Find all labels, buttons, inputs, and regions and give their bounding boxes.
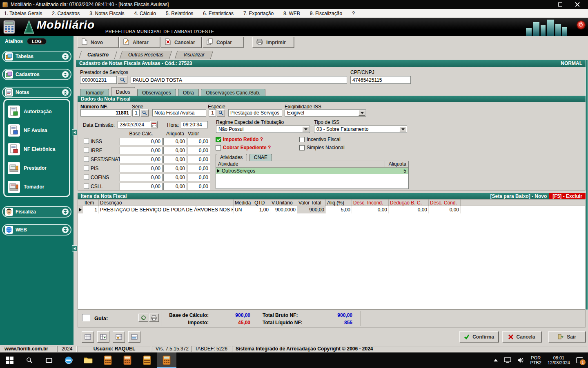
chevron-double-down-icon[interactable] (62, 71, 69, 78)
grid-report-button-2[interactable] (97, 331, 109, 343)
csll-base-field[interactable]: 0,00 (120, 183, 163, 190)
irrf-valor-field[interactable]: 0,00 (188, 147, 210, 154)
cofins-valor-field[interactable]: 0,00 (188, 174, 210, 181)
incentivo-fiscal-checkbox[interactable] (299, 137, 305, 142)
menu-help[interactable]: ? (352, 11, 355, 16)
csll-checkbox[interactable] (84, 184, 89, 189)
taskbar-explorer-button[interactable] (78, 352, 98, 368)
grid-report-button-3[interactable] (113, 331, 125, 343)
menu-relatorios[interactable]: 5. Relatórios (166, 11, 193, 16)
numero-nf-field[interactable]: 11801 (80, 109, 131, 117)
irrf-aliquota-field[interactable]: 0,00 (163, 147, 187, 154)
imprimir-button[interactable]: Imprimir (252, 37, 294, 48)
prestador-code-field[interactable]: 000001231 (80, 76, 117, 84)
guia-refresh-button[interactable] (138, 314, 148, 322)
tray-expand-icon[interactable] (494, 359, 498, 361)
novo-button[interactable]: Novo (78, 37, 118, 48)
close-button[interactable] (575, 2, 580, 7)
taskbar-app-mobiliario-2[interactable] (118, 352, 137, 368)
tab-cadastro[interactable]: Cadastro (79, 51, 118, 59)
pis-checkbox[interactable] (84, 166, 89, 171)
sidebar-item-cadastros[interactable]: Cadastros (2, 69, 71, 80)
taskbar-app-mobiliario-active[interactable] (157, 352, 176, 368)
power-button[interactable] (577, 20, 586, 29)
csll-aliquota-field[interactable]: 0,00 (163, 183, 187, 190)
alterar-button[interactable]: Alterar (119, 37, 160, 48)
sidebar-item-autorizacao[interactable]: Autorização (7, 102, 67, 121)
cofins-base-field[interactable]: 0,00 (120, 174, 163, 181)
language-indicator[interactable]: POR PTB2 (530, 355, 541, 365)
sidebar-item-notas[interactable]: Notas (2, 87, 71, 98)
prestador-search-button[interactable] (118, 76, 127, 84)
clock[interactable]: 08:01 12/03/2024 (548, 355, 570, 365)
maximize-button[interactable] (558, 2, 563, 7)
tab-visualizar[interactable]: Visualizar (175, 51, 213, 59)
serie-field[interactable]: 1 (132, 109, 140, 117)
taskbar-app-mobiliario-1[interactable] (98, 352, 118, 368)
taskbar-app-mobiliario-3[interactable] (137, 352, 157, 368)
sidebar-item-tabelas[interactable]: Tabelas (2, 51, 71, 62)
speaker-icon[interactable] (517, 357, 524, 363)
panel-scroll-button[interactable] (72, 129, 77, 135)
data-emissao-field[interactable]: 28/02/2024 (118, 121, 150, 128)
menu-tabelas-gerais[interactable]: 1. Tabelas Gerais (4, 11, 42, 16)
copiar-button[interactable]: Copiar (203, 37, 243, 48)
menu-web[interactable]: 8. WEB (283, 11, 300, 16)
chevron-double-down-icon[interactable] (62, 209, 69, 215)
hora-field[interactable]: 09:20:34 (181, 121, 208, 128)
vertical-scrollbar[interactable] (586, 60, 588, 310)
prestador-name-field[interactable]: PAULO DAVID TOSTA (131, 76, 347, 84)
exigibilidade-select[interactable]: Exigível (285, 109, 366, 117)
chevron-double-down-icon[interactable] (62, 53, 69, 60)
start-button[interactable] (0, 352, 20, 368)
minimize-button[interactable] (541, 2, 546, 7)
sidebar-item-tomador[interactable]: Tomador (7, 177, 67, 196)
sest-senat-aliquota-field[interactable]: 0,00 (163, 156, 187, 163)
tab-atividades[interactable]: Atividades (216, 154, 247, 161)
cancelar-button[interactable]: Cancelar (161, 37, 202, 48)
especie-desc-field[interactable]: Prestação de Serviços (228, 109, 282, 117)
menu-exportacao[interactable]: 7. Exportação (243, 11, 274, 16)
sest-senat-checkbox[interactable] (84, 157, 89, 162)
cancela-button[interactable]: Cancela (502, 331, 541, 342)
inss-base-field[interactable]: 0,00 (120, 138, 163, 145)
inss-valor-field[interactable]: 0,00 (188, 138, 210, 145)
log-button[interactable]: LOG (27, 38, 47, 45)
menu-fiscalizacao[interactable]: 9. Fiscalização (310, 11, 342, 16)
csll-valor-field[interactable]: 0,00 (188, 183, 210, 190)
cofins-aliquota-field[interactable]: 0,00 (163, 174, 187, 181)
inss-checkbox[interactable] (84, 139, 89, 144)
especie-search-button[interactable] (217, 109, 225, 117)
imposto-retido-checkbox[interactable] (216, 137, 221, 142)
guia-checkbox[interactable] (82, 314, 90, 321)
pis-valor-field[interactable]: 0,00 (188, 165, 210, 172)
item-row[interactable]: 1 PRESTAÇÃO DE SERVIÇO DE PODA DE ÁRVORE… (78, 206, 585, 213)
tipo-iss-select[interactable]: 03 - Sobre Faturamento (314, 126, 407, 133)
notification-center-icon[interactable]: 1 (576, 357, 583, 363)
sest-senat-valor-field[interactable]: 0,00 (188, 156, 210, 163)
pis-base-field[interactable]: 0,00 (120, 165, 163, 172)
especie-field[interactable]: 1 (209, 109, 216, 117)
menu-notas-fiscais[interactable]: 3. Notas Fiscais (89, 11, 124, 16)
regime-select[interactable]: Não Possui (216, 126, 310, 133)
serie-search-button[interactable] (140, 109, 149, 117)
taskbar-ie-button[interactable] (59, 352, 78, 368)
sidebar-item-fiscaliza[interactable]: Fiscaliza (2, 206, 71, 218)
menu-cadastros[interactable]: 2. Cadastros (52, 11, 80, 16)
atividade-row[interactable]: OutrosServiços 5 (216, 168, 408, 174)
sest-senat-base-field[interactable]: 0,00 (120, 156, 163, 163)
menu-calculo[interactable]: 4. Cálculo (134, 11, 156, 16)
sair-button[interactable]: Sair (548, 331, 586, 342)
cpf-field[interactable]: 47465425115 (350, 76, 411, 84)
irrf-checkbox[interactable] (84, 148, 89, 153)
confirma-button[interactable]: Confirma (459, 331, 499, 342)
sidebar-item-nf-avulsa[interactable]: NF Avulsa (7, 121, 67, 140)
panel-scroll-button[interactable] (72, 245, 77, 251)
cobrar-expediente-checkbox[interactable] (216, 145, 221, 150)
sidebar-item-prestador[interactable]: Prestador (7, 159, 67, 177)
irrf-base-field[interactable]: 0,00 (120, 147, 163, 154)
chevron-double-down-icon[interactable] (62, 227, 69, 233)
guia-print-button[interactable] (149, 314, 159, 322)
tab-outras-receitas[interactable]: Outras Receitas (120, 51, 172, 59)
simples-nacional-checkbox[interactable] (299, 145, 305, 150)
